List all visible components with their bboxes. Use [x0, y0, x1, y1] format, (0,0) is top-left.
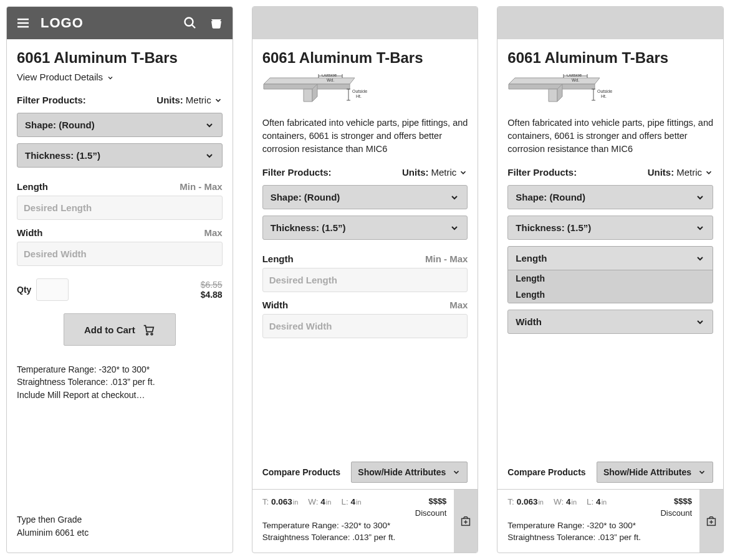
chevron-down-icon	[459, 168, 468, 177]
result-card: T: 0.063in W: 4in L: 4in $$$$ Discount T…	[497, 489, 723, 553]
chevron-down-icon	[204, 120, 214, 130]
length-option[interactable]: Length	[508, 287, 713, 303]
thickness-filter[interactable]: Thickness: (1.5”)	[262, 216, 468, 240]
svg-marker-4	[264, 84, 350, 89]
qty-label: Qty	[17, 285, 31, 295]
chevron-down-icon	[695, 223, 705, 233]
width-input[interactable]	[17, 242, 223, 266]
add-to-cart-label: Add to Cart	[84, 325, 135, 335]
shape-filter-label: Shape: (Round)	[25, 120, 95, 130]
search-icon[interactable]	[181, 14, 199, 32]
svg-text:Outside: Outside	[322, 74, 337, 77]
width-label: Width	[262, 300, 289, 310]
units-selector[interactable]: Units: Metric	[402, 167, 468, 178]
spec-block: Temperature Range: -320* to 300* Straigh…	[17, 363, 223, 401]
product-description: Often fabricated into vehicle parts, pip…	[262, 116, 468, 156]
compare-products-label: Compare Products	[507, 467, 585, 477]
thickness-filter[interactable]: Thickness: (1.5”)	[507, 216, 713, 240]
product-diagram: Outside Wd. Outside Ht.	[507, 74, 613, 108]
width-dropdown[interactable]: Width	[507, 310, 713, 334]
chevron-down-icon	[449, 192, 459, 202]
cart-icon	[142, 323, 155, 336]
shape-filter[interactable]: Shape: (Round)	[262, 185, 468, 209]
chevron-down-icon	[695, 317, 705, 327]
length-dropdown-head[interactable]: Length	[508, 247, 713, 270]
page-title: 6061 Aluminum T-Bars	[262, 49, 468, 67]
result-spec-2: Straightness Tolerance: .013” per ft.	[262, 531, 447, 544]
view-product-details-link[interactable]: View Product Details	[17, 72, 223, 82]
svg-text:Outside: Outside	[597, 89, 612, 93]
width-label: Width	[17, 227, 43, 238]
result-price: $$$$	[415, 496, 447, 508]
product-description: Often fabricated into vehicle parts, pip…	[507, 116, 713, 156]
filter-products-label: Filter Products:	[17, 95, 86, 105]
result-discount: Discount	[415, 508, 447, 520]
svg-point-2	[151, 333, 153, 335]
show-hide-attributes-button[interactable]: Show/Hide Attributes	[351, 462, 468, 483]
result-price: $$$$	[660, 496, 692, 508]
add-result-button[interactable]	[454, 490, 478, 553]
svg-text:Ht.: Ht.	[356, 94, 362, 98]
add-result-button[interactable]	[699, 490, 723, 553]
result-card: T: 0.063in W: 4in L: 4in $$$$ Discount T…	[252, 489, 478, 553]
chevron-down-icon	[107, 74, 114, 81]
length-dropdown-open: Length Length Length	[507, 246, 713, 303]
result-spec-1: Temperature Range: -320* to 300*	[262, 520, 447, 532]
price-old: $6.55	[201, 280, 223, 290]
length-hint: Min - Max	[425, 254, 468, 264]
basket-icon[interactable]	[208, 14, 225, 32]
chevron-down-icon	[698, 468, 706, 477]
logo: LOGO	[41, 15, 173, 31]
chevron-down-icon	[695, 254, 705, 263]
filter-products-label: Filter Products:	[262, 167, 332, 178]
length-input[interactable]	[262, 268, 468, 292]
svg-text:Wd.: Wd.	[327, 78, 335, 82]
svg-text:Outside: Outside	[567, 74, 582, 77]
svg-marker-14	[549, 89, 557, 102]
length-option[interactable]: Length	[508, 270, 713, 287]
thickness-filter[interactable]: Thickness: (1.5”)	[17, 143, 223, 168]
width-hint: Max	[204, 227, 222, 238]
app-header-empty	[252, 7, 478, 39]
add-to-cart-button[interactable]: Add to Cart	[64, 313, 176, 346]
qty-input[interactable]	[36, 278, 69, 301]
add-to-cart-icon	[459, 515, 473, 528]
page-title: 6061 Aluminum T-Bars	[17, 49, 223, 67]
units-selector[interactable]: Units: Metric	[156, 95, 222, 105]
spec-straightness: Straightness Tolerance: .013” per ft.	[17, 376, 223, 388]
app-header: LOGO	[7, 7, 233, 39]
length-label: Length	[17, 181, 48, 192]
svg-marker-5	[304, 89, 312, 102]
chevron-down-icon	[704, 168, 713, 177]
chevron-down-icon	[449, 223, 459, 233]
svg-marker-13	[509, 84, 595, 89]
result-discount: Discount	[660, 508, 692, 520]
mobile-frame-3: 6061 Aluminum T-Bars Outside Wd. Outside…	[497, 6, 724, 553]
show-hide-attributes-button[interactable]: Show/Hide Attributes	[597, 462, 713, 483]
svg-point-0	[185, 18, 193, 26]
length-hint: Min - Max	[180, 181, 222, 192]
shape-filter[interactable]: Shape: (Round)	[507, 185, 713, 209]
svg-text:Wd.: Wd.	[572, 78, 580, 82]
length-input[interactable]	[17, 196, 223, 220]
result-spec-1: Temperature Range: -320* to 300*	[507, 520, 692, 532]
chevron-down-icon	[695, 192, 705, 202]
menu-icon[interactable]	[14, 14, 32, 32]
width-input[interactable]	[262, 314, 468, 338]
chevron-down-icon	[452, 468, 461, 477]
add-to-cart-icon	[704, 515, 718, 528]
width-hint: Max	[449, 300, 468, 310]
mobile-frame-2: 6061 Aluminum T-Bars Outside Wd. Outside…	[252, 6, 479, 553]
price-new: $4.88	[201, 290, 223, 300]
type-grade-note: Type then Grade Aluminim 6061 etc	[17, 513, 223, 543]
chevron-down-icon	[214, 96, 223, 105]
filter-products-label: Filter Products:	[507, 167, 577, 178]
units-selector[interactable]: Units: Metric	[648, 167, 713, 178]
svg-point-1	[146, 333, 148, 335]
app-header-empty	[497, 7, 723, 39]
shape-filter[interactable]: Shape: (Round)	[17, 113, 223, 137]
spec-mill-report: Include Mill Report at checkout…	[17, 389, 223, 401]
svg-marker-12	[509, 78, 600, 84]
page-title: 6061 Aluminum T-Bars	[507, 49, 713, 67]
thickness-filter-label: Thickness: (1.5”)	[25, 150, 100, 161]
